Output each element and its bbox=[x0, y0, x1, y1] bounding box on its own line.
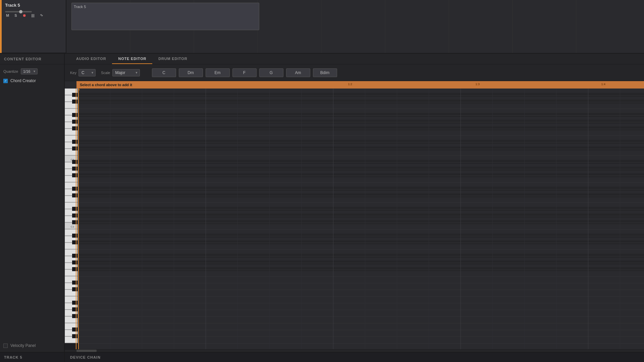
velocity-panel-checkbox[interactable] bbox=[3, 344, 8, 348]
key-item: Key C C# D D# E F F# G G# A A# B bbox=[70, 69, 96, 76]
bar-marker-12: 1:2 bbox=[348, 82, 352, 86]
grid-svg bbox=[78, 88, 644, 349]
wave-button[interactable]: ∿ bbox=[39, 12, 44, 18]
svg-rect-74 bbox=[72, 327, 77, 331]
chord-button-Am[interactable]: Am bbox=[286, 68, 310, 77]
chord-button-Em[interactable]: Em bbox=[206, 68, 230, 77]
svg-rect-102 bbox=[78, 88, 79, 349]
piano-roll-scrollbar bbox=[65, 349, 644, 352]
left-panel-spacer bbox=[3, 87, 61, 339]
chord-hint-text: Select a chord above to add it bbox=[80, 83, 132, 87]
chord-buttons-group: C Dm Em F G Am Bdim bbox=[152, 68, 337, 77]
track-name: Track 5 bbox=[5, 3, 62, 8]
chord-button-F[interactable]: F bbox=[232, 68, 257, 77]
solo-button[interactable]: S bbox=[13, 13, 18, 18]
piano-roll-container: Select a chord above to add it 1:2 1:3 1… bbox=[65, 81, 644, 349]
left-panel: Quantize 1/4 1/8 1/16 1/32 ▼ ✓ Chord Cre… bbox=[0, 64, 65, 352]
bottom-bar: TRACK 5 DEVICE CHAIN bbox=[0, 352, 644, 362]
pattern-block[interactable]: Track 5 bbox=[71, 3, 259, 30]
svg-rect-31 bbox=[72, 160, 77, 164]
quantize-select[interactable]: 1/4 1/8 1/16 1/32 bbox=[21, 68, 38, 74]
svg-rect-17 bbox=[72, 100, 77, 104]
quantize-label: Quantize bbox=[3, 69, 18, 73]
tab-audio[interactable]: AUDIO EDITOR bbox=[70, 54, 112, 64]
bottom-device-chain-label: DEVICE CHAIN bbox=[65, 355, 106, 359]
tab-drum[interactable]: DRUM EDITOR bbox=[152, 54, 193, 64]
chord-button-Bdim[interactable]: Bdim bbox=[313, 68, 337, 77]
chord-button-G[interactable]: G bbox=[259, 68, 283, 77]
editor-tabs: AUDIO EDITOR NOTE EDITOR DRUM EDITOR bbox=[65, 54, 193, 64]
track-header: Track 5 M S ⏺ ||| ∿ bbox=[2, 0, 66, 53]
content-editor-bar: CONTENT EDITOR AUDIO EDITOR NOTE EDITOR … bbox=[0, 54, 644, 64]
track-header-outer: Track 5 M S ⏺ ||| ∿ bbox=[0, 0, 66, 53]
bar-marker-13: 1:3 bbox=[475, 82, 480, 86]
key-scale-row: Key C C# D D# E F F# G G# A A# B bbox=[65, 64, 644, 81]
svg-rect-101 bbox=[78, 88, 644, 349]
svg-rect-71 bbox=[72, 301, 77, 305]
svg-rect-44 bbox=[72, 207, 77, 211]
mute-button[interactable]: M bbox=[5, 13, 10, 18]
scrollbar-thumb[interactable] bbox=[76, 350, 97, 352]
piano-keyboard: C4 bbox=[65, 88, 78, 349]
chord-creator-row: ✓ Chord Creator bbox=[3, 78, 61, 83]
svg-rect-32 bbox=[72, 167, 77, 171]
note-editor-area: Key C C# D D# E F F# G G# A A# B bbox=[65, 64, 644, 352]
quantize-select-wrapper: 1/4 1/8 1/16 1/32 ▼ bbox=[21, 68, 38, 74]
svg-rect-56 bbox=[72, 254, 77, 258]
svg-rect-73 bbox=[72, 314, 77, 318]
timeline-area: Track 5 bbox=[66, 0, 644, 53]
grid-area[interactable] bbox=[78, 88, 644, 349]
content-editor-label: CONTENT EDITOR bbox=[0, 54, 65, 64]
top-section: Track 5 M S ⏺ ||| ∿ bbox=[0, 0, 644, 54]
svg-rect-46 bbox=[72, 220, 77, 224]
svg-rect-29 bbox=[72, 140, 77, 144]
svg-rect-72 bbox=[72, 307, 77, 311]
svg-rect-33 bbox=[72, 173, 77, 177]
svg-rect-57 bbox=[72, 260, 77, 264]
chord-button-Dm[interactable]: Dm bbox=[179, 68, 203, 77]
checkbox-check-icon: ✓ bbox=[4, 79, 7, 82]
svg-rect-30 bbox=[72, 146, 77, 150]
key-select-wrapper: C C# D D# E F F# G G# A A# B ▼ bbox=[78, 69, 96, 76]
svg-rect-16 bbox=[72, 93, 77, 97]
velocity-panel-row: Velocity Panel bbox=[3, 343, 61, 348]
track-controls: M S ⏺ ||| ∿ bbox=[5, 12, 62, 18]
bars-button[interactable]: ||| bbox=[31, 13, 36, 18]
chord-hint-bar: Select a chord above to add it 1:2 1:3 1… bbox=[76, 81, 644, 88]
scale-item: Scale Major Minor Dorian Phrygian ▼ bbox=[101, 69, 140, 76]
scale-label: Scale bbox=[101, 71, 110, 75]
scale-select-wrapper: Major Minor Dorian Phrygian ▼ bbox=[112, 69, 140, 76]
key-label: Key bbox=[70, 71, 76, 75]
svg-rect-18 bbox=[72, 113, 77, 117]
chord-creator-label: Chord Creator bbox=[10, 78, 36, 83]
main-editor: Quantize 1/4 1/8 1/16 1/32 ▼ ✓ Chord Cre… bbox=[0, 64, 644, 352]
bottom-track-label: TRACK 5 bbox=[0, 353, 65, 362]
svg-rect-43 bbox=[72, 193, 77, 197]
pattern-name: Track 5 bbox=[74, 5, 86, 9]
quantize-row: Quantize 1/4 1/8 1/16 1/32 ▼ bbox=[3, 68, 61, 74]
svg-rect-54 bbox=[72, 234, 77, 238]
scale-select[interactable]: Major Minor Dorian Phrygian bbox=[112, 69, 140, 76]
svg-rect-55 bbox=[72, 240, 77, 244]
svg-rect-42 bbox=[72, 187, 77, 191]
chord-creator-checkbox[interactable]: ✓ bbox=[3, 79, 8, 83]
record-button[interactable]: ⏺ bbox=[21, 13, 27, 18]
svg-rect-58 bbox=[72, 267, 77, 271]
svg-text:C3: C3 bbox=[71, 225, 74, 228]
piano-playhead bbox=[76, 88, 76, 349]
chord-button-C[interactable]: C bbox=[152, 68, 176, 77]
svg-rect-69 bbox=[72, 281, 77, 285]
svg-rect-20 bbox=[72, 126, 77, 130]
tab-note[interactable]: NOTE EDITOR bbox=[112, 54, 152, 64]
svg-rect-75 bbox=[72, 334, 77, 338]
velocity-panel-label: Velocity Panel bbox=[10, 343, 36, 348]
svg-rect-19 bbox=[72, 120, 77, 124]
svg-rect-45 bbox=[72, 214, 77, 218]
key-select[interactable]: C C# D D# E F F# G G# A A# B bbox=[78, 69, 96, 76]
svg-rect-70 bbox=[72, 287, 77, 291]
bar-marker-14: 1:4 bbox=[601, 82, 605, 86]
